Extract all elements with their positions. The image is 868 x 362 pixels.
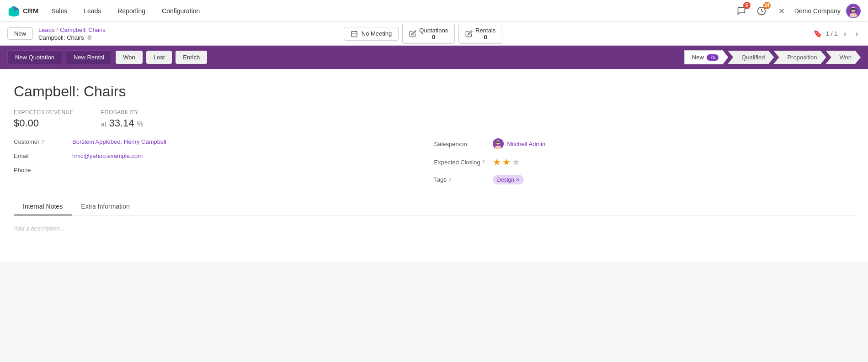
customer-value[interactable]: Burstein Applebee, Henry Campbell (72, 138, 166, 145)
next-page-button[interactable]: › (853, 29, 861, 39)
stage-pipeline: New 7h Qualified Proposition Won (685, 50, 861, 64)
bookmark-icon[interactable]: 🔖 (813, 29, 822, 38)
priority-stars[interactable]: ★ ★ ★ (493, 157, 520, 168)
breadcrumb: Leads / Campbell: Chairs (38, 26, 338, 33)
messages-badge: 6 (743, 2, 751, 9)
expected-revenue-group: Expected Revenue $0.00 (14, 109, 74, 129)
svg-rect-8 (850, 13, 857, 17)
breadcrumb-parent[interactable]: Leads (38, 26, 54, 33)
expected-closing-help-icon[interactable]: ? (482, 159, 485, 165)
x-icon (777, 7, 786, 15)
expected-revenue-label: Expected Revenue (14, 109, 74, 115)
new-rental-button[interactable]: New Rental (66, 50, 112, 64)
form-section: Customer ? Burstein Applebee, Henry Camp… (14, 138, 854, 184)
phone-field: Phone (14, 167, 434, 173)
probability-group: Probability at 33.14 % (101, 109, 144, 129)
rentals-button[interactable]: Rentals0 (458, 24, 502, 44)
record-title: Campbell: Chairs (14, 83, 854, 100)
rentals-label: Rentals0 (475, 27, 495, 41)
expected-closing-field: Expected Closing ? ★ ★ ★ (434, 157, 855, 168)
tabs-section: Internal Notes Extra Information (14, 198, 854, 215)
top-nav: CRM Sales Leads Reporting Configuration … (0, 0, 868, 22)
app-logo[interactable]: CRM (7, 5, 38, 17)
email-label: Email (14, 152, 69, 159)
salesperson-avatar-icon (493, 138, 504, 149)
form-left-col: Customer ? Burstein Applebee, Henry Camp… (14, 138, 434, 184)
phone-label: Phone (14, 167, 69, 173)
quotation-icon (409, 30, 416, 37)
email-value[interactable]: hmc@yahoo.example.com (72, 152, 143, 159)
email-field: Email hmc@yahoo.example.com (14, 152, 434, 159)
quotations-button[interactable]: Quotations0 (402, 24, 455, 44)
clock-button[interactable]: 24 (754, 4, 769, 18)
nav-leads[interactable]: Leads (80, 5, 105, 16)
description-area[interactable]: Add a description... (14, 215, 854, 252)
nav-configuration[interactable]: Configuration (158, 5, 203, 16)
tag-design[interactable]: Design × (493, 175, 524, 184)
star-1[interactable]: ★ (493, 157, 501, 168)
salesperson-field: Salesperson Mitchell Admin (434, 138, 855, 149)
nav-reporting[interactable]: Reporting (114, 5, 149, 16)
breadcrumb-subtitle: Campbell: Chairs ⚙ (38, 34, 338, 41)
tab-extra-information[interactable]: Extra Information (72, 198, 139, 215)
clock-badge: 24 (763, 2, 771, 9)
company-name: Demo Company (794, 7, 841, 15)
user-avatar[interactable] (846, 4, 861, 18)
nav-buttons: No Meeting Quotations0 Rentals0 (344, 24, 502, 44)
no-meeting-label: No Meeting (362, 30, 392, 37)
description-placeholder: Add a description... (14, 225, 64, 232)
stage-qualified[interactable]: Qualified (728, 51, 774, 64)
tag-remove-button[interactable]: × (516, 176, 520, 183)
rental-icon (465, 30, 473, 37)
calendar-icon (351, 30, 358, 37)
close-button[interactable] (774, 4, 789, 18)
enrich-button[interactable]: Enrich (176, 51, 207, 64)
pagination-area: 🔖 1 / 1 ‹ › (813, 29, 861, 39)
stage-proposition[interactable]: Proposition (773, 51, 826, 64)
star-3[interactable]: ★ (512, 157, 520, 168)
svg-rect-11 (855, 9, 857, 11)
breadcrumb-bar: New Leads / Campbell: Chairs Campbell: C… (0, 22, 868, 46)
no-meeting-button[interactable]: No Meeting (344, 27, 399, 41)
app-name: CRM (23, 7, 38, 15)
breadcrumb-separator: / (56, 26, 58, 33)
breadcrumb-current: Campbell: Chairs (60, 26, 106, 33)
star-2[interactable]: ★ (502, 157, 511, 168)
probability-value[interactable]: 33.14 (109, 117, 134, 129)
svg-rect-19 (496, 142, 500, 143)
record-subtitle: Campbell: Chairs (38, 34, 84, 41)
probability-label: Probability (101, 109, 144, 115)
expected-revenue-value[interactable]: $0.00 (14, 117, 74, 129)
customer-help-icon[interactable]: ? (41, 139, 44, 145)
tags-field: Tags ? Design × (434, 175, 855, 184)
main-content: Campbell: Chairs Expected Revenue $0.00 … (0, 69, 868, 261)
salesperson-name[interactable]: Mitchell Admin (507, 141, 546, 147)
stage-new[interactable]: New 7h (684, 50, 728, 64)
salesperson-avatar (493, 138, 504, 149)
new-record-button[interactable]: New (7, 27, 33, 40)
avatar-icon (847, 5, 860, 17)
messages-button[interactable]: 6 (734, 4, 749, 18)
form-right-col: Salesperson Mitchell Admin (434, 138, 855, 184)
expected-closing-label: Expected Closing ? (434, 159, 489, 166)
svg-rect-10 (850, 9, 852, 11)
tab-internal-notes[interactable]: Internal Notes (14, 198, 72, 215)
tags-label: Tags ? (434, 176, 489, 183)
probability-pct: % (137, 120, 144, 128)
lost-button[interactable]: Lost (146, 51, 172, 64)
breadcrumb-left: Leads / Campbell: Chairs Campbell: Chair… (38, 26, 338, 41)
action-bar: New Quotation New Rental Won Lost Enrich… (0, 46, 868, 69)
svg-rect-12 (351, 31, 357, 37)
tags-help-icon[interactable]: ? (448, 177, 451, 183)
customer-field: Customer ? Burstein Applebee, Henry Camp… (14, 138, 434, 145)
quotations-label: Quotations0 (419, 27, 448, 41)
new-quotation-button[interactable]: New Quotation (7, 50, 62, 64)
svg-rect-9 (851, 8, 856, 10)
prev-page-button[interactable]: ‹ (841, 29, 849, 39)
customer-label: Customer ? (14, 138, 69, 145)
settings-icon[interactable]: ⚙ (87, 34, 92, 41)
won-button[interactable]: Won (116, 51, 143, 64)
nav-sales[interactable]: Sales (48, 5, 71, 16)
pagination-display: 1 / 1 (826, 30, 837, 37)
stage-won[interactable]: Won (826, 51, 861, 64)
